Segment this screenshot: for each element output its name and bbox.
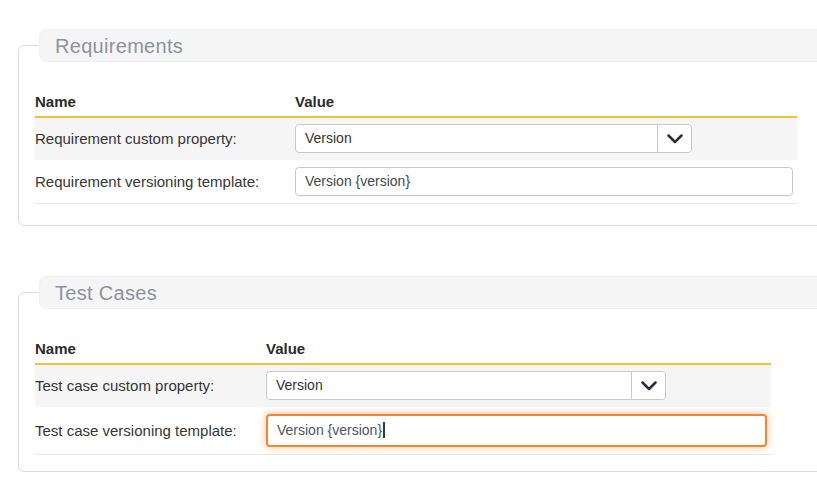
- test-case-versioning-template-label: Test case versioning template:: [35, 422, 266, 439]
- test-cases-table: Name Value Test case custom property: Ve…: [35, 333, 771, 455]
- input-value: Version {version}: [305, 173, 410, 189]
- selected-value: Version: [267, 372, 631, 399]
- column-header-value: Value: [295, 93, 797, 110]
- test-cases-section-title: Test Cases: [39, 276, 817, 309]
- requirement-versioning-template-input[interactable]: Version {version}: [295, 167, 793, 196]
- input-value: Version {version}: [277, 422, 382, 438]
- dropdown-toggle-button[interactable]: [657, 125, 691, 152]
- chevron-down-icon: [667, 130, 683, 148]
- requirement-versioning-template-label: Requirement versioning template:: [35, 173, 295, 190]
- selected-value: Version: [296, 125, 657, 152]
- requirement-custom-property-label: Requirement custom property:: [35, 130, 295, 147]
- table-row: Requirement custom property: Version: [35, 118, 797, 160]
- requirements-table: Name Value Requirement custom property: …: [35, 86, 797, 204]
- test-case-custom-property-select[interactable]: Version: [266, 371, 666, 400]
- column-header-name: Name: [35, 93, 295, 110]
- test-cases-section: Test Cases Name Value Test case custom p…: [18, 292, 817, 472]
- column-header-value: Value: [266, 340, 771, 357]
- dropdown-toggle-button[interactable]: [631, 372, 665, 399]
- chevron-down-icon: [641, 377, 657, 395]
- test-case-custom-property-label: Test case custom property:: [35, 377, 266, 394]
- test-case-versioning-template-input[interactable]: Version {version}: [266, 414, 767, 447]
- requirements-section: Requirements Name Value Requirement cust…: [18, 45, 817, 226]
- table-header-row: Name Value: [35, 86, 797, 118]
- table-row: Test case versioning template: Version {…: [35, 407, 771, 455]
- requirement-custom-property-select[interactable]: Version: [295, 124, 692, 153]
- table-header-row: Name Value: [35, 333, 771, 365]
- column-header-name: Name: [35, 340, 266, 357]
- table-row: Requirement versioning template: Version…: [35, 160, 797, 204]
- requirements-section-title: Requirements: [39, 29, 817, 62]
- table-row: Test case custom property: Version: [35, 365, 771, 407]
- text-cursor: [383, 422, 385, 438]
